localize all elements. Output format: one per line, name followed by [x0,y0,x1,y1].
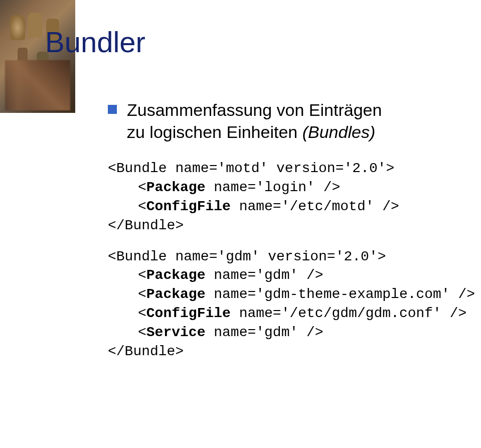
code2-l2: <Package name='gdm' /> [108,267,324,283]
bullet-square-icon [108,105,117,114]
slide-content: Bundler Zusammenfassung von Einträgen zu… [35,0,481,361]
code2-l4: <ConfigFile name='/etc/gdm/gdm.conf' /> [108,306,466,321]
code-block-1: <Bundle name='motd' version='2.0'> <Pack… [108,159,481,235]
summary-line1: Zusammenfassung von Einträgen [127,100,382,119]
summary-line2-pre: zu logischen Einheiten [127,122,302,141]
code2-l3: <Package name='gdm-theme-example.com' /> [108,286,475,302]
code1-l1: <Bundle name='motd' version='2.0'> [108,161,394,176]
summary-line2-italic: (Bundles) [302,122,376,141]
code2-l1: <Bundle name='gdm' version='2.0'> [108,249,386,264]
code2-l6: </Bundle> [108,344,184,359]
code1-l4: </Bundle> [108,218,184,233]
slide-body: Zusammenfassung von Einträgen zu logisch… [108,99,481,361]
bullet-item: Zusammenfassung von Einträgen zu logisch… [108,99,481,143]
code1-l3: <ConfigFile name='/etc/motd' /> [108,199,399,214]
code-block-2: <Bundle name='gdm' version='2.0'> <Packa… [108,247,481,361]
summary-text: Zusammenfassung von Einträgen zu logisch… [127,99,382,143]
slide-title: Bundler [45,25,481,59]
code1-l2: <Package name='login' /> [108,180,340,195]
code2-l5: <Service name='gdm' /> [108,325,324,340]
